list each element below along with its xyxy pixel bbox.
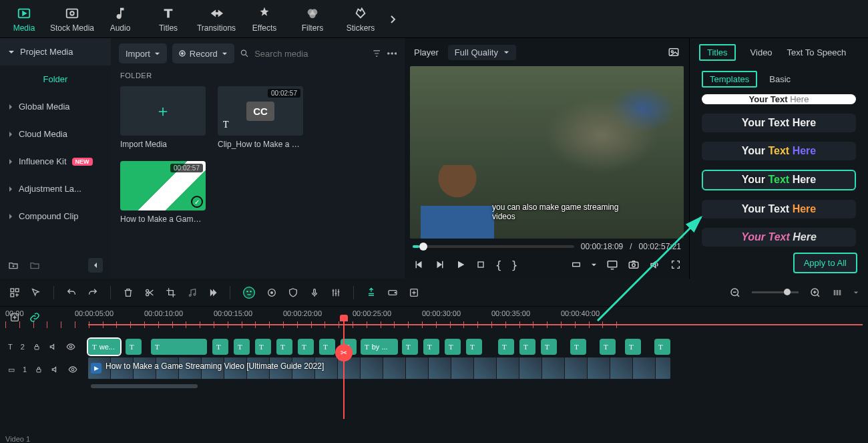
audio-mixer-icon[interactable] <box>331 287 341 298</box>
video-track-content[interactable]: ▶How to Make a Game Streaming Video [Ult… <box>88 357 868 382</box>
mute-icon[interactable] <box>49 342 58 351</box>
add-track-icon[interactable] <box>9 312 20 323</box>
zoom-in-icon[interactable] <box>809 287 821 299</box>
stop-icon[interactable] <box>475 259 486 270</box>
template-card[interactable]: Your Text Here <box>702 200 856 218</box>
text-clip[interactable]: T <box>423 339 439 355</box>
sidebar-heading[interactable]: Project Media <box>0 38 111 65</box>
undo-icon[interactable] <box>66 287 77 298</box>
sidebar-folder[interactable]: Folder <box>0 65 111 93</box>
music-note-icon[interactable] <box>187 287 198 298</box>
import-thumb[interactable]: ＋ <box>120 86 206 136</box>
text-clip[interactable]: T <box>255 339 271 355</box>
lock-icon[interactable] <box>33 343 41 351</box>
zoom-out-icon[interactable] <box>729 287 741 299</box>
folder-icon[interactable] <box>29 260 40 271</box>
ratio-icon[interactable] <box>571 259 582 270</box>
import-dropdown[interactable]: Import <box>119 43 167 63</box>
search-input[interactable] <box>254 49 367 59</box>
mark-out-icon[interactable]: } <box>511 259 518 271</box>
delete-icon[interactable] <box>123 287 134 298</box>
mute-icon[interactable] <box>51 365 60 374</box>
sidebar-item-compound-clip[interactable]: Compound Clip <box>0 202 111 230</box>
display-icon[interactable] <box>606 259 618 271</box>
marker-icon[interactable] <box>366 287 377 298</box>
template-card[interactable]: Your Text Here <box>702 228 856 247</box>
tab-transitions[interactable]: Transitions <box>192 0 240 38</box>
color-wheel-icon[interactable] <box>266 287 277 298</box>
chevron-down-icon[interactable] <box>591 262 597 268</box>
crop-icon[interactable] <box>166 287 176 298</box>
eye-icon[interactable] <box>66 342 75 351</box>
text-clip[interactable]: T <box>298 339 314 355</box>
apply-to-all-button[interactable]: Apply to All <box>793 253 857 273</box>
quality-select[interactable]: Full Quality <box>448 45 516 60</box>
lock-icon[interactable] <box>35 365 43 374</box>
text-clip[interactable]: T <box>570 339 586 355</box>
video-thumb[interactable]: 00:02:57 ✓ <box>120 161 206 210</box>
sidebar-item-adjustment-layer[interactable]: Adjustment La... <box>0 175 111 202</box>
media-item-cc-clip[interactable]: 00:02:57 CC T Clip_How to Make a G... <box>218 86 303 149</box>
right-tab-video[interactable]: Video <box>750 47 773 57</box>
text-clip[interactable]: T <box>126 339 142 355</box>
preview-viewport[interactable]: you can also make game streaming videos <box>410 66 684 239</box>
text-clip[interactable]: T <box>234 339 250 355</box>
tab-effects[interactable]: Effects <box>240 0 288 38</box>
tab-titles[interactable]: Titles <box>144 0 192 38</box>
sidebar-item-cloud-media[interactable]: Cloud Media <box>0 120 111 148</box>
volume-icon[interactable] <box>649 259 661 271</box>
template-card[interactable]: Your Text Here <box>702 114 856 132</box>
pointer-icon[interactable] <box>31 287 41 298</box>
text-track-content[interactable]: Twe...TTTTTTTTTTby ...TTTTTTTTTTT <box>88 336 868 357</box>
text-clip[interactable]: T <box>466 339 482 355</box>
cc-thumb[interactable]: 00:02:57 CC T <box>218 86 303 136</box>
chevron-down-icon[interactable] <box>853 290 859 295</box>
fullscreen-icon[interactable] <box>670 259 681 270</box>
media-item-import[interactable]: ＋ Import Media <box>120 86 206 149</box>
tab-stickers[interactable]: Stickers <box>337 0 385 38</box>
redo-icon[interactable] <box>87 287 98 298</box>
keyframe-icon[interactable] <box>409 287 419 298</box>
image-icon[interactable] <box>668 46 680 58</box>
template-card-selected[interactable]: Your Text Here <box>702 170 856 190</box>
shield-icon[interactable] <box>288 287 298 298</box>
render-icon[interactable] <box>387 287 398 298</box>
media-item-video[interactable]: 00:02:57 ✓ How to Make a Game ... <box>120 161 206 224</box>
link-icon[interactable] <box>29 312 40 323</box>
eye-icon[interactable] <box>68 365 77 374</box>
text-clip[interactable]: T <box>625 339 641 355</box>
text-clip[interactable]: T <box>600 339 616 355</box>
prev-frame-icon[interactable] <box>413 259 425 271</box>
timeline-scrollbar[interactable] <box>0 382 868 391</box>
filter-icon[interactable] <box>372 48 381 59</box>
zoom-fit-icon[interactable] <box>832 287 843 298</box>
text-clip[interactable]: T <box>541 339 557 355</box>
text-clip[interactable]: T <box>445 339 461 355</box>
timeline-ruler[interactable]: 00:0000:00:05:0000:00:10:0000:00:15:0000… <box>0 307 868 336</box>
text-clip[interactable]: T <box>151 339 207 355</box>
text-clip[interactable]: T <box>498 339 514 355</box>
ai-face-icon[interactable] <box>242 286 256 299</box>
tab-filters[interactable]: Filters <box>288 0 337 38</box>
text-clip[interactable]: T <box>654 339 670 355</box>
text-clip[interactable]: T <box>519 339 535 355</box>
right-tab-tts[interactable]: Text To Speech <box>787 47 847 57</box>
text-clip[interactable]: Tby ... <box>361 339 398 355</box>
text-clip[interactable]: T <box>402 339 418 355</box>
playhead[interactable]: ✂ <box>343 319 345 419</box>
sidebar-item-global-media[interactable]: Global Media <box>0 93 111 120</box>
voiceover-icon[interactable] <box>309 287 320 298</box>
tab-audio[interactable]: Audio <box>96 0 144 38</box>
video-clip[interactable]: ▶How to Make a Game Streaming Video [Ult… <box>88 357 670 379</box>
add-folder-icon[interactable] <box>8 260 19 271</box>
zoom-slider[interactable] <box>752 291 799 293</box>
collapse-sidebar-button[interactable] <box>88 258 103 273</box>
text-clip[interactable]: T <box>276 339 292 355</box>
mark-in-icon[interactable]: { <box>495 259 502 271</box>
tabs-overflow[interactable] <box>385 0 401 38</box>
text-clip[interactable]: Twe... <box>88 339 120 355</box>
split-icon[interactable] <box>144 287 155 298</box>
more-tools-icon[interactable] <box>208 288 218 297</box>
next-frame-icon[interactable] <box>434 259 446 271</box>
tab-media[interactable]: Media <box>0 0 48 38</box>
